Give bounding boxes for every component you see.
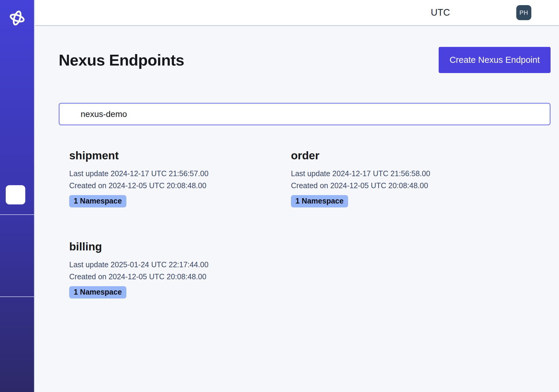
namespace-badge: 1 Namespace [69, 195, 126, 207]
sidebar-divider [0, 214, 34, 215]
timezone-label: UTC [431, 7, 450, 18]
sidebar-item-support[interactable] [0, 311, 34, 322]
sidebar [0, 0, 35, 392]
endpoint-card[interactable]: billing Last update 2025-01-24 UTC 22:17… [69, 240, 291, 299]
avatar[interactable]: PH [516, 5, 531, 20]
page-header: Nexus Endpoints Create Nexus Endpoint [59, 47, 551, 73]
search-bar[interactable] [59, 103, 551, 125]
endpoint-created: Created on 2024-12-05 UTC 20:08:48.00 [69, 271, 291, 283]
namespace-badge: 1 Namespace [69, 286, 126, 299]
sidebar-item-settings[interactable] [0, 272, 34, 283]
sidebar-item-batch[interactable] [0, 125, 34, 136]
endpoint-last-update: Last update 2024-12-17 UTC 21:56:57.00 [69, 167, 291, 179]
sidebar-item-deployments[interactable] [0, 146, 34, 157]
endpoint-name[interactable]: shipment [69, 149, 291, 162]
endpoint-card[interactable]: order Last update 2024-12-17 UTC 21:56:5… [291, 149, 513, 207]
search-input[interactable] [81, 109, 189, 119]
sidebar-item-docs[interactable] [0, 332, 34, 343]
sidebar-divider [0, 296, 34, 297]
page-title: Nexus Endpoints [59, 51, 184, 69]
topbar: UTC PH [35, 0, 559, 26]
sidebar-item-nexus-active[interactable] [6, 185, 25, 204]
endpoint-created: Created on 2024-12-05 UTC 20:08:48.00 [291, 179, 513, 191]
endpoint-meta: Last update 2024-12-17 UTC 21:56:57.00 C… [69, 167, 291, 191]
main-content: Nexus Endpoints Create Nexus Endpoint sh… [35, 26, 559, 392]
codec-settings-button[interactable] [483, 7, 495, 19]
sidebar-item-workflows[interactable] [0, 80, 34, 91]
endpoint-last-update: Last update 2025-01-24 UTC 22:17:44.00 [69, 259, 291, 271]
endpoint-card[interactable]: shipment Last update 2024-12-17 UTC 21:5… [69, 149, 291, 207]
sidebar-item-schedules[interactable] [0, 103, 34, 114]
endpoint-created: Created on 2024-12-05 UTC 20:08:48.00 [69, 179, 291, 191]
endpoint-name[interactable]: billing [69, 240, 291, 253]
endpoint-name[interactable]: order [291, 149, 513, 162]
sidebar-item-quick-actions[interactable] [0, 354, 34, 364]
account-menu-button[interactable] [536, 8, 545, 17]
temporal-logo[interactable] [0, 8, 34, 28]
endpoint-meta: Last update 2025-01-24 UTC 22:17:44.00 C… [69, 259, 291, 283]
endpoint-meta: Last update 2024-12-17 UTC 21:56:58.00 C… [291, 167, 513, 191]
timezone-selector[interactable]: UTC [413, 7, 460, 18]
sidebar-item-billing[interactable] [0, 250, 34, 261]
sidebar-item-getting-started[interactable] [0, 375, 34, 386]
endpoint-last-update: Last update 2024-12-17 UTC 21:56:58.00 [291, 167, 513, 179]
endpoint-grid: shipment Last update 2024-12-17 UTC 21:5… [59, 149, 551, 299]
sidebar-item-namespaces[interactable] [0, 168, 34, 179]
sidebar-item-usage[interactable] [0, 228, 34, 239]
create-nexus-endpoint-button[interactable]: Create Nexus Endpoint [439, 47, 551, 73]
namespace-badge: 1 Namespace [291, 195, 348, 207]
